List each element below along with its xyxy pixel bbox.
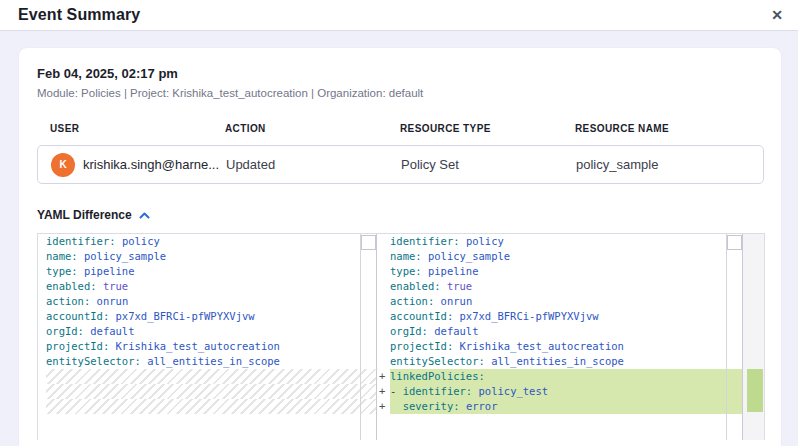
resource-name-value: policy_sample <box>576 157 763 172</box>
diff-added-line: +linkedPolicies: <box>377 369 742 384</box>
diff-line: type: pipeline <box>377 264 742 279</box>
close-icon[interactable]: ✕ <box>767 5 787 25</box>
user-cell: K krishika.singh@harne... <box>51 153 226 177</box>
diff-line: projectId: Krishika_test_autocreation <box>38 339 376 354</box>
diff-line: enabled: true <box>38 279 376 294</box>
diff-pane-modified: identifier: policyname: policy_sampletyp… <box>377 234 743 440</box>
diff-line: projectId: Krishika_test_autocreation <box>377 339 742 354</box>
diff-empty-line <box>38 384 376 399</box>
diff-added-marker <box>747 369 763 412</box>
diff-line: entitySelector: all_entities_in_scope <box>38 354 376 369</box>
diff-pane-original: identifier: policyname: policy_sampletyp… <box>38 234 377 440</box>
table-row[interactable]: K krishika.singh@harne... Updated Policy… <box>37 145 764 184</box>
column-header-action: ACTION <box>225 123 400 134</box>
scrollbar-track <box>726 234 727 440</box>
yaml-difference-toggle[interactable]: YAML Difference <box>37 208 150 222</box>
diff-line: accountId: px7xd_BFRCi-pfWPYXVjvw <box>377 309 742 324</box>
scrollbar-thumb[interactable] <box>727 235 742 250</box>
diff-line: action: onrun <box>377 294 742 309</box>
diff-line: accountId: px7xd_BFRCi-pfWPYXVjvw <box>38 309 376 324</box>
column-header-user: USER <box>50 123 225 134</box>
diff-line: name: policy_sample <box>377 249 742 264</box>
dialog-header: Event Summary ✕ <box>0 0 798 31</box>
column-header-resource-type: RESOURCE TYPE <box>400 123 575 134</box>
page-title: Event Summary <box>18 6 140 24</box>
yaml-diff-viewer: identifier: policyname: policy_sampletyp… <box>37 233 765 440</box>
scrollbar-track <box>360 234 361 440</box>
diff-line: orgId: default <box>38 324 376 339</box>
diff-line: enabled: true <box>377 279 742 294</box>
user-email: krishika.singh@harne... <box>83 157 219 172</box>
resource-type-value: Policy Set <box>401 157 576 172</box>
diff-line: entitySelector: all_entities_in_scope <box>377 354 742 369</box>
avatar: K <box>51 153 75 177</box>
scrollbar-thumb[interactable] <box>361 235 376 250</box>
diff-line: name: policy_sample <box>38 249 376 264</box>
column-header-resource-name: RESOURCE NAME <box>575 123 764 134</box>
event-summary-card: Feb 04, 2025, 02:17 pm Module: Policies … <box>19 48 781 446</box>
diff-added-line: +- identifier: policy_test <box>377 384 742 399</box>
diff-empty-line <box>38 399 376 414</box>
diff-line: orgId: default <box>377 324 742 339</box>
diff-empty-line <box>38 369 376 384</box>
chevron-up-icon <box>139 212 150 219</box>
diff-line: identifier: policy <box>377 234 742 249</box>
yaml-difference-label: YAML Difference <box>37 208 132 222</box>
action-value: Updated <box>226 157 401 172</box>
diff-line: action: onrun <box>38 294 376 309</box>
diff-line: identifier: policy <box>38 234 376 249</box>
event-metadata: Module: Policies | Project: Krishika_tes… <box>37 87 781 99</box>
table-header-row: USER ACTION RESOURCE TYPE RESOURCE NAME <box>37 123 764 134</box>
diff-overview-ruler <box>743 234 764 440</box>
diff-line: type: pipeline <box>38 264 376 279</box>
diff-added-line: + severity: error <box>377 399 742 414</box>
event-timestamp: Feb 04, 2025, 02:17 pm <box>37 66 781 81</box>
